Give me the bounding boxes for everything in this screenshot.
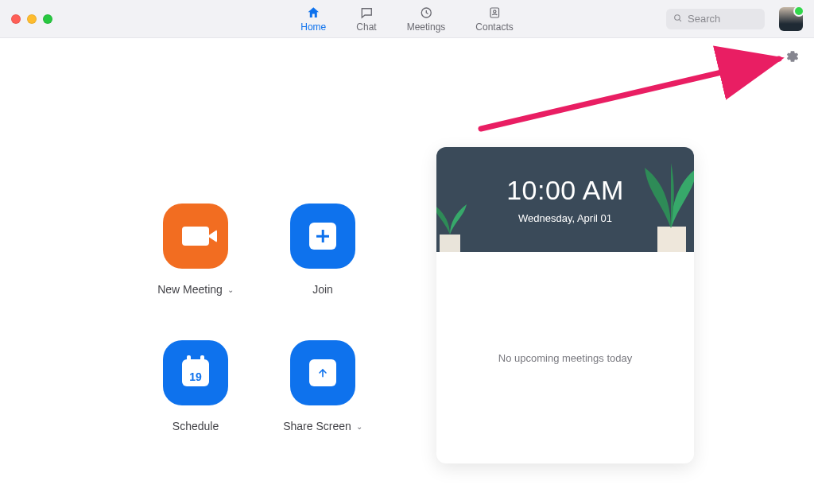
svg-point-3: [675, 14, 680, 20]
nav-tab-label: Home: [300, 21, 326, 33]
plus-icon: [290, 204, 355, 269]
titlebar: Home Chat Meetings Contacts: [0, 0, 814, 38]
annotation-arrow: [477, 49, 803, 145]
search-box[interactable]: [666, 9, 765, 29]
decorative-plant-right: [643, 157, 694, 252]
tile-label: Join: [312, 283, 333, 296]
decorative-plant-left: [436, 196, 470, 252]
nav-tab-label: Contacts: [475, 21, 513, 33]
new-meeting-tile[interactable]: New Meeting ⌄: [140, 204, 251, 296]
nav-tab-home[interactable]: Home: [300, 6, 326, 33]
calendar-day-number: 19: [182, 370, 209, 383]
share-icon: [290, 340, 355, 405]
schedule-tile[interactable]: 19 Schedule: [140, 340, 251, 432]
current-time: 10:00 AM: [506, 175, 624, 206]
main-area: New Meeting ⌄ Join 19 Schedule: [0, 38, 814, 504]
svg-line-4: [481, 59, 779, 129]
tile-label: Share Screen ⌄: [283, 420, 362, 432]
tile-label: Schedule: [172, 420, 219, 432]
nav-tab-label: Chat: [356, 21, 376, 33]
video-icon: [163, 204, 228, 269]
tile-label: New Meeting ⌄: [157, 283, 234, 296]
join-tile[interactable]: Join: [267, 204, 378, 296]
svg-point-2: [493, 10, 495, 12]
user-avatar[interactable]: [779, 7, 803, 31]
chevron-down-icon[interactable]: ⌄: [356, 422, 362, 431]
window-controls: [11, 14, 52, 24]
contacts-icon: [487, 6, 502, 20]
minimize-window-button[interactable]: [27, 14, 37, 24]
share-screen-tile[interactable]: Share Screen ⌄: [267, 340, 378, 432]
quick-actions: New Meeting ⌄ Join 19 Schedule: [140, 204, 378, 432]
close-window-button[interactable]: [11, 14, 21, 24]
calendar-icon: 19: [163, 340, 228, 405]
search-input[interactable]: [688, 13, 758, 25]
chevron-down-icon[interactable]: ⌄: [227, 285, 234, 294]
share-screen-label: Share Screen: [283, 420, 351, 432]
new-meeting-label: New Meeting: [157, 283, 223, 296]
upcoming-card: 10:00 AM Wednesday, April 01 No upcoming…: [436, 147, 694, 463]
upcoming-body: No upcoming meetings today: [436, 252, 694, 463]
search-icon: [673, 12, 683, 26]
nav-tab-label: Meetings: [407, 21, 446, 33]
nav-tab-chat[interactable]: Chat: [356, 6, 376, 33]
svg-rect-6: [657, 227, 686, 252]
top-nav: Home Chat Meetings Contacts: [300, 0, 513, 37]
current-date: Wednesday, April 01: [518, 212, 612, 224]
home-icon: [306, 6, 320, 20]
maximize-window-button[interactable]: [43, 14, 52, 24]
clock-icon: [419, 6, 433, 20]
nav-tab-meetings[interactable]: Meetings: [407, 6, 446, 33]
settings-button[interactable]: [785, 49, 800, 64]
join-label: Join: [312, 283, 333, 296]
nav-tab-contacts[interactable]: Contacts: [475, 6, 513, 33]
svg-rect-5: [440, 235, 460, 252]
clock-header: 10:00 AM Wednesday, April 01: [436, 147, 694, 252]
empty-state-text: No upcoming meetings today: [498, 352, 632, 364]
chat-icon: [359, 6, 374, 20]
gear-icon: [785, 49, 800, 64]
schedule-label: Schedule: [172, 420, 219, 432]
